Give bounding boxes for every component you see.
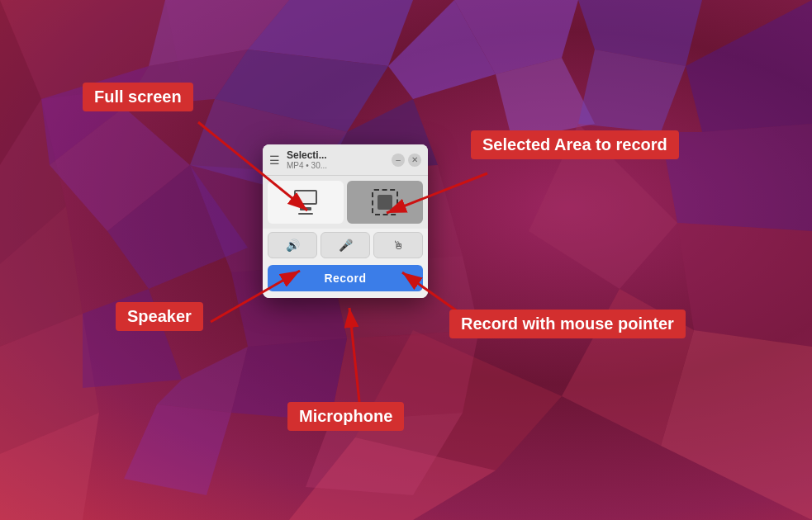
speaker-label: Speaker [116, 302, 203, 331]
mouse-pointer-label: Record with mouse pointer [449, 310, 686, 338]
fullscreen-label: Full screen [83, 83, 193, 111]
microphone-label: Microphone [287, 402, 404, 431]
annotation-labels: Full screen Selected Area to record Spea… [0, 0, 812, 520]
selected-area-label: Selected Area to record [471, 130, 679, 159]
main-content: ☰ Selecti... MP4 • 30... – ✕ [0, 0, 812, 520]
